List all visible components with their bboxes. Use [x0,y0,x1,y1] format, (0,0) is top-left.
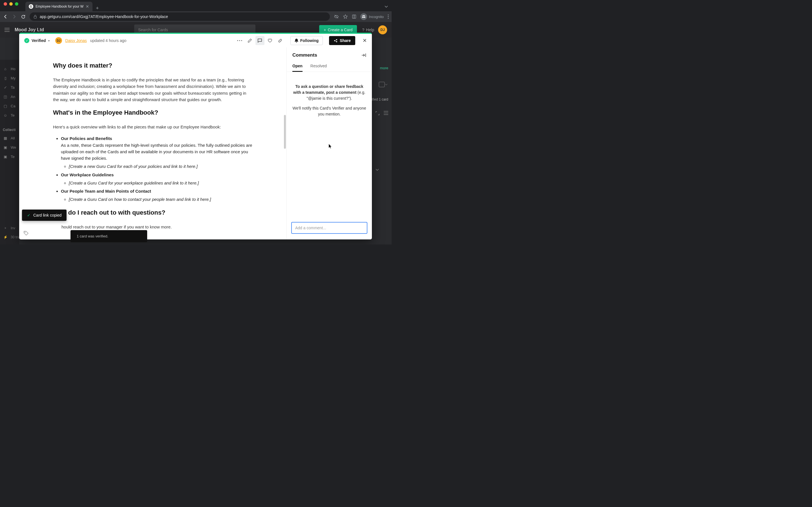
check-icon: ✓ [3,86,8,90]
window-close-button[interactable] [4,2,7,6]
home-icon: ⌂ [3,67,8,71]
expand-icon[interactable] [375,111,380,115]
forward-button[interactable] [12,14,17,19]
browser-tab-strip: G Employee Handbook for your W ✕ + [0,0,392,11]
sidebar-item[interactable]: ☺Te [3,111,16,120]
sidebar-item[interactable]: ⌂Ho [3,64,16,73]
sidebar-item[interactable]: ✓Ta [3,83,16,92]
back-button[interactable] [3,14,8,19]
sidebar-item[interactable]: ▯My [3,73,16,83]
empty-bold: To ask a question or share feedback with… [293,84,363,95]
toast-notification: ✓ Card link copied [22,210,66,221]
browser-actions: Incognito [334,13,389,20]
window-maximize-button[interactable] [15,2,18,6]
list-item: Our People Team and Main Points of Conta… [61,188,253,203]
tab-close-icon[interactable]: ✕ [86,4,89,9]
invite-icon: + [3,226,8,230]
section-heading: Why does it matter? [53,61,253,70]
svg-point-6 [388,16,389,17]
list-item-placeholder: [Create a Guru Card for your workplace g… [69,180,199,185]
card-body: Why does it matter? The Employee Handboo… [19,47,372,239]
view-toggle[interactable] [378,82,388,87]
edit-icon[interactable] [245,36,254,45]
lock-icon [34,15,37,18]
user-avatar[interactable]: DJ [378,25,387,34]
macos-window-controls [4,2,18,6]
comment-icon[interactable] [255,36,264,45]
help-label: Help [366,27,374,32]
extensions-icon[interactable] [352,14,356,19]
tag-icon[interactable] [24,231,29,235]
card-header: ✓ Verified ▾ DJ Daisy Jonas updated 4 ho… [19,34,372,47]
scrollbar-thumb[interactable] [284,115,286,149]
tab-open[interactable]: Open [292,61,303,71]
following-button[interactable]: Following [290,36,323,45]
tab-resolved[interactable]: Resolved [310,61,327,71]
more-link[interactable]: more [380,66,388,70]
address-bar[interactable]: app.getguru.com/card/iGxgj7AT/Employee-H… [30,12,330,21]
comment-input-wrap [287,217,372,239]
section-heading: What's in the Employee Handbook? [53,108,253,117]
bullet-list: Our Policies and Benefits As a note, the… [53,135,253,203]
sidebar-item[interactable]: ▢Ca [3,101,16,111]
svg-point-9 [237,40,238,41]
window-minimize-button[interactable] [9,2,13,6]
kebab-menu-icon[interactable] [388,14,389,19]
more-menu-icon[interactable] [235,36,244,45]
author-avatar: DJ [55,37,62,44]
comments-empty-state: To ask a question or share feedback with… [287,72,372,123]
list-item-heading: Our People Team and Main Points of Conta… [61,189,151,193]
sidebar-item[interactable]: ▣Te [3,152,16,161]
svg-point-13 [336,39,337,40]
verified-toast-bg: 1 card was verified. [70,230,147,242]
card-modal-overlay: ✓ Verified ▾ DJ Daisy Jonas updated 4 ho… [19,33,372,239]
browser-tab[interactable]: G Employee Handbook for your W ✕ [26,2,93,11]
sidebar-section-header: Collecti [3,126,16,133]
favorite-icon[interactable] [266,36,274,45]
incognito-label: Incognito [369,15,384,19]
close-modal-button[interactable]: ✕ [363,38,367,44]
share-button[interactable]: Share [329,36,355,45]
chart-icon: ◫ [3,95,8,99]
list-item-placeholder: [Create a Guru Card on how to contact yo… [69,197,211,202]
url-text: app.getguru.com/card/iGxgj7AT/Employee-H… [40,14,168,19]
incognito-indicator[interactable]: Incognito [360,13,384,20]
bolt-icon: ⚡ [3,235,8,239]
verified-badge[interactable]: ✓ Verified ▾ [24,38,50,43]
empty-line2: We'll notify this Card's Verifier and an… [292,105,366,117]
reload-button[interactable] [21,14,26,19]
paragraph: Here's a quick overview with links to al… [53,124,253,130]
svg-rect-0 [34,16,37,18]
sidebar-item[interactable]: ▣We [3,143,16,152]
list-item-heading: Our Policies and Benefits [61,136,112,141]
author-link[interactable]: Daisy Jonas [65,38,87,43]
tab-overflow-icon[interactable] [384,2,392,11]
create-card-label: Create a Card [327,27,352,32]
chevron-down-icon[interactable] [375,168,379,171]
hamburger-icon[interactable] [4,28,10,32]
right-panel-fragment: more [372,66,392,70]
folder-icon: ▣ [3,145,8,150]
verified-label: Verified [32,38,46,43]
sidebar-item[interactable]: ▦All [3,133,16,143]
list-icon[interactable] [384,111,388,115]
collapse-panel-icon[interactable] [361,53,366,57]
sidebar-item[interactable]: ◫An [3,92,16,101]
new-tab-button[interactable]: + [93,5,102,11]
share-icon [334,39,338,43]
copy-link-icon[interactable] [276,36,285,45]
verified-check-icon: ✓ [24,38,29,43]
team-icon: ☺ [3,113,8,117]
eye-off-icon[interactable] [334,14,339,19]
check-icon: ✓ [27,213,31,217]
sidebar: ⌂Ho ▯My ✓Ta ◫An ▢Ca ☺Te Collecti ▦All ▣W… [0,60,19,244]
workspace-name: Mood Joy Ltd [15,27,44,33]
comment-input[interactable] [291,222,367,234]
star-icon[interactable] [343,14,348,19]
panel-actions [375,111,388,115]
list-item-heading: Our Workplace Guidelines [61,172,114,177]
card-action-icons [235,36,285,45]
help-link[interactable]: ? Help [362,27,374,32]
section-heading: Who do I reach out to with questions? [53,208,253,217]
card-modal: ✓ Verified ▾ DJ Daisy Jonas updated 4 ho… [19,33,372,239]
